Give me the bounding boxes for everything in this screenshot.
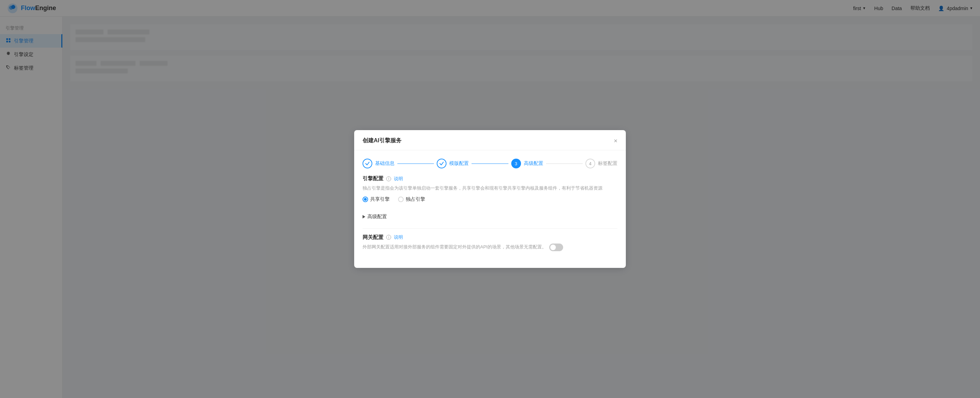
step-line-1-2 (397, 163, 434, 164)
step-3-label: 高级配置 (524, 160, 543, 166)
radio-exclusive-outer (398, 197, 404, 202)
radio-shared-inner (364, 198, 367, 201)
step-1-label: 基础信息 (375, 160, 395, 166)
step-3: 3 高级配置 (511, 159, 543, 168)
radio-exclusive-label: 独占引擎 (406, 196, 425, 203)
engine-config-header: 引擎配置 i 说明 (363, 175, 617, 182)
engine-config-info-icon[interactable]: i (386, 176, 391, 181)
step-1-circle (363, 159, 372, 168)
advanced-config-collapsible[interactable]: 高级配置 (363, 211, 617, 223)
step-1: 基础信息 (363, 159, 395, 168)
gateway-config-link[interactable]: 说明 (394, 234, 403, 240)
radio-shared-outer (363, 197, 368, 202)
engine-type-radio-group: 共享引擎 独占引擎 (363, 196, 617, 203)
gateway-config-info-icon[interactable]: i (386, 235, 391, 240)
toggle-knob (550, 244, 556, 250)
gateway-toggle[interactable] (549, 244, 563, 251)
step-4-label: 标签配置 (598, 160, 617, 166)
engine-config-link[interactable]: 说明 (394, 176, 403, 182)
radio-shared[interactable]: 共享引擎 (363, 196, 390, 203)
engine-config-title: 引擎配置 (363, 175, 383, 182)
modal-title: 创建AI引擎服务 (363, 137, 401, 144)
collapsible-triangle-icon (363, 215, 365, 219)
step-line-2-3 (471, 163, 508, 164)
step-3-circle: 3 (511, 159, 521, 168)
gateway-config-header: 网关配置 i 说明 (363, 234, 617, 241)
step-2-label: 模版配置 (449, 160, 469, 166)
gateway-config-title: 网关配置 (363, 234, 383, 241)
step-4: 4 标签配置 (585, 159, 617, 168)
step-2: 模版配置 (437, 159, 469, 168)
modal-body: 引擎配置 i 说明 独占引擎是指会为该引擎单独启动一套引擎服务，共享引擎会和现有… (354, 175, 626, 268)
step-2-circle (437, 159, 447, 168)
section-divider (363, 228, 617, 228)
engine-config-desc: 独占引擎是指会为该引擎单独启动一套引擎服务，共享引擎会和现有引擎共享引擎内核及服… (363, 185, 617, 192)
advanced-config-label: 高级配置 (368, 214, 387, 220)
engine-config-section: 引擎配置 i 说明 独占引擎是指会为该引擎单独启动一套引擎服务，共享引擎会和现有… (363, 175, 617, 203)
radio-exclusive[interactable]: 独占引擎 (398, 196, 425, 203)
radio-shared-label: 共享引擎 (370, 196, 390, 203)
steps-bar: 基础信息 模版配置 3 高级配置 4 (354, 150, 626, 175)
gateway-config-desc: 外部网关配置适用对接外部服务的组件需要固定对外提供的API的场景，其他场景无需配… (363, 244, 617, 251)
step-line-3-4 (546, 163, 583, 164)
close-button[interactable]: × (614, 138, 617, 144)
modal-overlay: 创建AI引擎服务 × 基础信息 模版配置 (0, 0, 980, 398)
gateway-config-section: 网关配置 i 说明 外部网关配置适用对接外部服务的组件需要固定对外提供的API的… (363, 234, 617, 251)
create-ai-engine-modal: 创建AI引擎服务 × 基础信息 模版配置 (354, 130, 626, 268)
step-4-circle: 4 (585, 159, 595, 168)
check-icon-2 (439, 161, 444, 166)
check-icon-1 (365, 161, 370, 166)
modal-header: 创建AI引擎服务 × (354, 130, 626, 150)
